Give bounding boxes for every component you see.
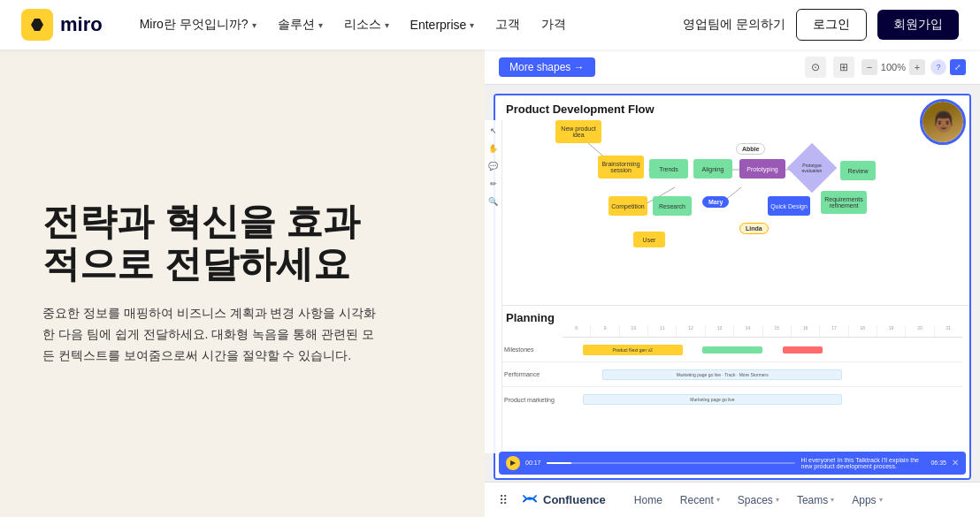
node-prototype-eval: Prototype evaluation xyxy=(787,143,838,194)
talktrack-current-time: 00:17 xyxy=(525,460,541,466)
miro-board: Product Development Flow 👨🏾 xyxy=(494,94,971,480)
signup-button[interactable]: 회원가입 xyxy=(877,10,959,40)
talktrack-close-button[interactable]: ✕ xyxy=(952,458,959,468)
pen-tool[interactable]: ✏ xyxy=(486,177,501,191)
appbar-spaces[interactable]: Spaces ▾ xyxy=(731,490,786,510)
node-quick-design: Quick Design xyxy=(768,196,810,216)
appbar-recent[interactable]: Recent ▾ xyxy=(673,490,727,510)
talktrack-progress-bar[interactable] xyxy=(547,462,796,464)
chevron-down-icon: ▾ xyxy=(831,496,834,504)
logo[interactable]: miro xyxy=(21,9,103,41)
nav-actions: 영업팀에 문의하기 로그인 회원가입 xyxy=(683,9,959,41)
expand-icon[interactable]: ⤢ xyxy=(950,59,966,75)
chevron-down-icon: ▾ xyxy=(385,20,389,30)
lock-icon[interactable]: ⊙ xyxy=(805,57,826,78)
node-user: User xyxy=(633,232,665,247)
main-content: 전략과 혁신을 효과적으로 전달하세요 중요한 정보를 매핑하여 비즈니스 계획… xyxy=(0,49,980,517)
appbar-apps[interactable]: Apps ▾ xyxy=(845,490,889,510)
zoom-out-button[interactable]: − xyxy=(861,59,877,75)
talktrack-bar: ▶ 00:17 Hi everyone! In this Talktrack I… xyxy=(499,452,966,475)
chevron-down-icon: ▾ xyxy=(716,496,720,504)
chevron-down-icon: ▾ xyxy=(470,20,474,30)
app-grid-icon[interactable]: ⠿ xyxy=(499,493,508,507)
row-performance-label: Performance xyxy=(502,371,563,377)
talktrack-progress-fill xyxy=(547,462,571,464)
hero-description: 중요한 정보를 매핑하여 비즈니스 계획과 변경 사항을 시각화한 다음 팀에 … xyxy=(42,303,382,366)
login-button[interactable]: 로그인 xyxy=(796,9,867,41)
help-icon[interactable]: ? xyxy=(930,59,946,75)
nav-item-enterprise[interactable]: Enterprise ▾ xyxy=(402,12,484,37)
confluence-icon xyxy=(522,490,538,510)
node-review: Review xyxy=(840,161,876,180)
node-competition: Competition xyxy=(609,196,647,216)
comment-tool[interactable]: 💬 xyxy=(486,159,501,173)
nav-item-solution[interactable]: 솔루션 ▾ xyxy=(269,11,332,38)
grid-icon[interactable]: ⊞ xyxy=(833,57,854,78)
logo-icon xyxy=(21,9,53,41)
hero-title: 전략과 혁신을 효과적으로 전달하세요 xyxy=(42,201,382,286)
node-requirements: Requirements refinement xyxy=(821,191,867,214)
product-dev-flow: Product Development Flow 👨🏾 xyxy=(495,95,969,306)
zoom-control: − 100% + ? ⤢ xyxy=(861,59,966,75)
node-aligning: Aligning xyxy=(693,159,732,179)
talktrack-play-button[interactable]: ▶ xyxy=(506,456,520,470)
node-research: Research xyxy=(653,196,692,216)
row-milestones-label: Milestones xyxy=(502,346,563,353)
nav-item-pricing[interactable]: 가격 xyxy=(532,11,575,38)
preview-panel: More shapes → ⊙ ⊞ − 100% + ? ⤢ ↖ ✋ 💬 ✏ xyxy=(485,49,980,517)
name-tag-linda: Linda xyxy=(739,223,769,234)
canvas-toolbar: More shapes → ⊙ ⊞ − 100% + ? ⤢ xyxy=(485,49,980,85)
name-tag-mary: Mary xyxy=(702,196,729,208)
name-tag-abbie: Abbie xyxy=(736,143,765,155)
canvas-area[interactable]: ↖ ✋ 💬 ✏ 🔍 Product Development Flow 👨🏾 xyxy=(485,85,980,489)
nav-item-what[interactable]: Miro란 무엇입니까? ▾ xyxy=(131,11,265,38)
node-brainstorming: Brainstorming session xyxy=(598,156,644,179)
chevron-down-icon: ▾ xyxy=(776,496,779,504)
nav-item-resources[interactable]: 리소스 ▾ xyxy=(335,11,398,38)
planning-section: Planning 8 9 10 11 12 13 14 15 xyxy=(495,306,969,478)
confluence-name: Confluence xyxy=(543,493,606,506)
hero-section: 전략과 혁신을 효과적으로 전달하세요 중요한 정보를 매핑하여 비즈니스 계획… xyxy=(0,165,425,402)
zoom-level: 100% xyxy=(881,62,906,72)
toolbar-right: ⊙ ⊞ − 100% + ? ⤢ xyxy=(805,57,966,78)
zoom-in-button[interactable]: + xyxy=(909,59,925,75)
node-prototyping: Prototyping xyxy=(739,159,785,179)
app-nav-items: Home Recent ▾ Spaces ▾ Teams ▾ Apps ▾ xyxy=(627,490,890,510)
chevron-down-icon: ▾ xyxy=(318,20,323,30)
talktrack-text: Hi everyone! In this Talktrack I'll expl… xyxy=(800,457,925,469)
flow-connectors xyxy=(502,117,962,301)
board-tools: ↖ ✋ 💬 ✏ 🔍 xyxy=(485,120,502,453)
nav-item-customers[interactable]: 고객 xyxy=(486,11,529,38)
hand-tool[interactable]: ✋ xyxy=(486,141,501,156)
row-product-marketing-label: Product marketing xyxy=(502,397,563,403)
more-shapes-button[interactable]: More shapes → xyxy=(499,57,595,77)
contact-link[interactable]: 영업팀에 문의하기 xyxy=(683,17,785,33)
appbar-teams[interactable]: Teams ▾ xyxy=(790,490,841,510)
logo-text: miro xyxy=(60,13,103,36)
node-trends: Trends xyxy=(649,159,688,179)
chevron-down-icon: ▾ xyxy=(252,20,256,30)
nav-links: Miro란 무엇입니까? ▾ 솔루션 ▾ 리소스 ▾ Enterprise ▾ … xyxy=(131,11,683,38)
node-new-product: New product idea xyxy=(555,120,601,143)
navbar: miro Miro란 무엇입니까? ▾ 솔루션 ▾ 리소스 ▾ Enterpri… xyxy=(0,0,980,49)
search-tool[interactable]: 🔍 xyxy=(486,194,501,209)
confluence-logo: Confluence xyxy=(522,490,606,510)
appbar-home[interactable]: Home xyxy=(627,490,670,510)
talktrack-total-time: 06:35 xyxy=(930,460,946,466)
app-bar: ⠿ Confluence Home Recent ▾ Spaces ▾ Team… xyxy=(485,482,980,517)
flow-diagram: New product idea Brainstorming session T… xyxy=(502,117,962,301)
chevron-down-icon: ▾ xyxy=(879,496,883,504)
cursor-tool[interactable]: ↖ xyxy=(486,124,501,138)
